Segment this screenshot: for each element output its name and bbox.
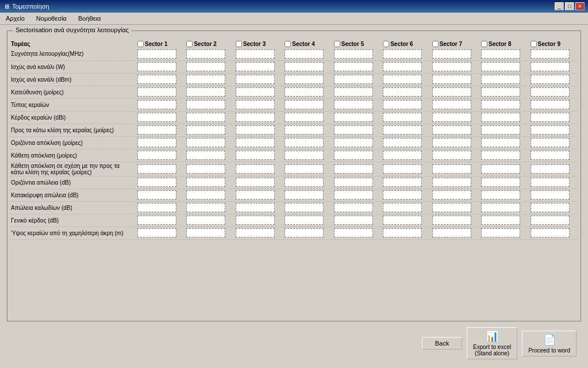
input-row2-sector4[interactable] xyxy=(285,62,324,71)
input-row14-sector3[interactable] xyxy=(236,216,275,225)
input-row5-sector9[interactable] xyxy=(531,100,570,109)
sector-6-checkbox[interactable] xyxy=(383,41,389,47)
input-row7-sector4[interactable] xyxy=(285,125,324,135)
input-row6-sector8[interactable] xyxy=(481,113,520,122)
input-row2-sector6[interactable] xyxy=(383,62,422,71)
proceed-button[interactable]: 📄 Proceed to word xyxy=(522,331,577,356)
input-row1-sector4[interactable] xyxy=(285,49,324,59)
input-row1-sector6[interactable] xyxy=(383,49,422,59)
input-row2-sector2[interactable] xyxy=(186,62,225,71)
input-row13-sector4[interactable] xyxy=(285,203,324,212)
input-row4-sector4[interactable] xyxy=(285,87,324,97)
input-row7-sector7[interactable] xyxy=(432,125,471,135)
input-row15-sector6[interactable] xyxy=(383,228,422,237)
input-row6-sector6[interactable] xyxy=(383,113,422,122)
input-row8-sector8[interactable] xyxy=(481,138,520,147)
input-row13-sector5[interactable] xyxy=(334,203,373,212)
sector-2-checkbox[interactable] xyxy=(186,41,193,47)
input-row9-sector7[interactable] xyxy=(432,151,471,160)
input-row1-sector7[interactable] xyxy=(432,49,471,59)
close-button[interactable]: ✕ xyxy=(575,2,585,10)
input-row11-sector8[interactable] xyxy=(481,178,520,187)
input-row10-sector6[interactable] xyxy=(383,164,422,174)
input-row8-sector6[interactable] xyxy=(383,138,422,147)
minimize-button[interactable]: _ xyxy=(555,2,564,10)
input-row2-sector8[interactable] xyxy=(481,62,520,71)
input-row9-sector2[interactable] xyxy=(186,151,225,160)
sector-3-checkbox[interactable] xyxy=(236,41,242,47)
input-row5-sector6[interactable] xyxy=(383,100,422,109)
input-row14-sector1[interactable] xyxy=(137,216,176,225)
input-row15-sector4[interactable] xyxy=(285,228,324,237)
input-row7-sector9[interactable] xyxy=(531,125,570,135)
input-row3-sector1[interactable] xyxy=(137,75,176,84)
input-row2-sector5[interactable] xyxy=(334,62,373,71)
input-row12-sector3[interactable] xyxy=(236,190,275,200)
input-row5-sector5[interactable] xyxy=(334,100,373,109)
input-row14-sector9[interactable] xyxy=(531,216,570,225)
input-row4-sector1[interactable] xyxy=(137,87,176,97)
input-row3-sector8[interactable] xyxy=(481,75,520,84)
menu-item-file[interactable]: Αρχείο xyxy=(2,14,28,23)
input-row5-sector7[interactable] xyxy=(432,100,471,109)
input-row15-sector7[interactable] xyxy=(432,228,471,237)
input-row13-sector3[interactable] xyxy=(236,203,275,212)
input-row9-sector1[interactable] xyxy=(137,151,176,160)
sector-9-checkbox[interactable] xyxy=(531,41,537,47)
input-row12-sector2[interactable] xyxy=(186,190,225,200)
input-row15-sector3[interactable] xyxy=(236,228,275,237)
input-row13-sector6[interactable] xyxy=(383,203,422,212)
input-row13-sector8[interactable] xyxy=(481,203,520,212)
input-row9-sector8[interactable] xyxy=(481,151,520,160)
input-row7-sector6[interactable] xyxy=(383,125,422,135)
input-row8-sector7[interactable] xyxy=(432,138,471,147)
input-row1-sector2[interactable] xyxy=(186,49,225,59)
input-row8-sector5[interactable] xyxy=(334,138,373,147)
input-row1-sector1[interactable] xyxy=(137,49,176,59)
input-row4-sector8[interactable] xyxy=(481,87,520,97)
input-row13-sector2[interactable] xyxy=(186,203,225,212)
input-row5-sector4[interactable] xyxy=(285,100,324,109)
input-row13-sector1[interactable] xyxy=(137,203,176,212)
input-row10-sector7[interactable] xyxy=(432,164,471,174)
input-row10-sector1[interactable] xyxy=(137,164,176,174)
input-row7-sector5[interactable] xyxy=(334,125,373,135)
input-row12-sector1[interactable] xyxy=(137,190,176,200)
input-row13-sector9[interactable] xyxy=(531,203,570,212)
input-row12-sector9[interactable] xyxy=(531,190,570,200)
input-row10-sector2[interactable] xyxy=(186,164,225,174)
maximize-button[interactable]: □ xyxy=(565,2,574,10)
input-row8-sector3[interactable] xyxy=(236,138,275,147)
input-row12-sector7[interactable] xyxy=(432,190,471,200)
sector-8-checkbox[interactable] xyxy=(481,41,487,47)
input-row9-sector4[interactable] xyxy=(285,151,324,160)
input-row15-sector1[interactable] xyxy=(137,228,176,237)
input-row12-sector6[interactable] xyxy=(383,190,422,200)
input-row5-sector1[interactable] xyxy=(137,100,176,109)
input-row14-sector5[interactable] xyxy=(334,216,373,225)
input-row7-sector1[interactable] xyxy=(137,125,176,135)
input-row1-sector9[interactable] xyxy=(531,49,570,59)
input-row11-sector5[interactable] xyxy=(334,178,373,187)
input-row6-sector1[interactable] xyxy=(137,113,176,122)
sector-7-checkbox[interactable] xyxy=(432,41,439,47)
input-row6-sector7[interactable] xyxy=(432,113,471,122)
input-row3-sector6[interactable] xyxy=(383,75,422,84)
input-row11-sector9[interactable] xyxy=(531,178,570,187)
input-row12-sector8[interactable] xyxy=(481,190,520,200)
input-row8-sector1[interactable] xyxy=(137,138,176,147)
export-button[interactable]: 📊 Export to excel (Stand alone) xyxy=(467,327,517,359)
sector-5-checkbox[interactable] xyxy=(334,41,340,47)
input-row6-sector5[interactable] xyxy=(334,113,373,122)
input-row9-sector3[interactable] xyxy=(236,151,275,160)
input-row9-sector5[interactable] xyxy=(334,151,373,160)
input-row11-sector4[interactable] xyxy=(285,178,324,187)
input-row12-sector4[interactable] xyxy=(285,190,324,200)
input-row11-sector6[interactable] xyxy=(383,178,422,187)
input-row7-sector3[interactable] xyxy=(236,125,275,135)
sector-4-checkbox[interactable] xyxy=(285,41,291,47)
input-row2-sector3[interactable] xyxy=(236,62,275,71)
input-row4-sector5[interactable] xyxy=(334,87,373,97)
input-row14-sector8[interactable] xyxy=(481,216,520,225)
input-row14-sector7[interactable] xyxy=(432,216,471,225)
